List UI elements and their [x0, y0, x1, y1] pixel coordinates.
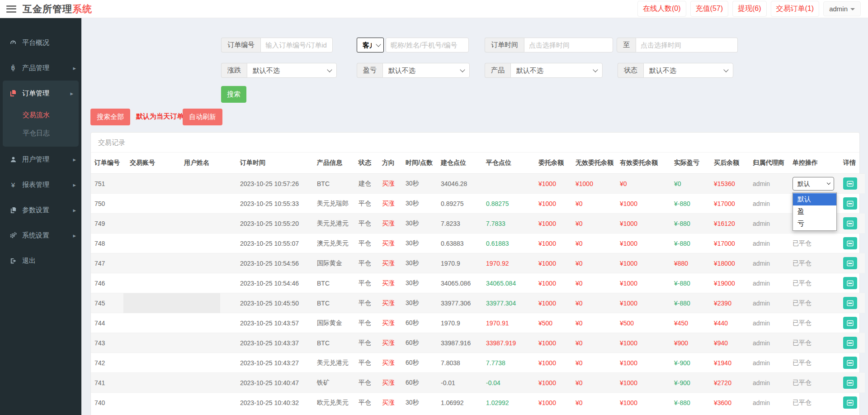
- withdraw-button[interactable]: 提现(6): [732, 1, 767, 17]
- sidebar-item-report-management[interactable]: ¥ 报表管理 ▸: [0, 172, 81, 197]
- detail-button[interactable]: [843, 237, 857, 249]
- cell-product: BTC: [313, 174, 355, 194]
- order-number-input[interactable]: [260, 38, 333, 52]
- panel-title: 交易记录: [91, 133, 859, 153]
- detail-form-icon: [847, 240, 854, 247]
- sidebar-item-parameter-settings[interactable]: 参数设置 ▸: [0, 197, 81, 223]
- cell-entrust-balance: ¥1000: [535, 214, 572, 234]
- search-button[interactable]: 搜索: [221, 86, 246, 103]
- chevron-right-icon: ▸: [73, 181, 76, 188]
- gears-icon: [9, 232, 17, 239]
- cell-entrust-balance: ¥1000: [535, 234, 572, 253]
- cell-open-point: 1970.9: [437, 313, 482, 333]
- product-select[interactable]: 默认不选: [510, 63, 603, 78]
- detail-button[interactable]: [843, 337, 857, 349]
- cell-direction: 买涨: [378, 214, 402, 234]
- yen-icon: ¥: [9, 181, 17, 188]
- status-select[interactable]: 默认不选: [643, 63, 733, 78]
- column-header: 详情: [840, 153, 865, 174]
- cell-open-point: 34046.28: [437, 174, 482, 194]
- single-control-select[interactable]: 默认盈亏: [793, 177, 834, 191]
- cell-status: 平仓: [355, 333, 378, 353]
- detail-button[interactable]: [843, 396, 857, 409]
- cell-entrust-balance: ¥1000: [535, 194, 572, 214]
- control-option-3[interactable]: 亏: [793, 218, 836, 230]
- profit-select[interactable]: 默认不选: [382, 63, 470, 78]
- cell-after-balance: ¥15360: [710, 174, 749, 194]
- cell-order-id: 741: [91, 373, 126, 393]
- auto-refresh-button[interactable]: 自动刷新: [183, 109, 222, 125]
- column-header: 时间/点数: [402, 153, 437, 174]
- table-row: 7512023-10-25 10:57:26BTC建仓买涨30秒34046.28…: [91, 174, 865, 194]
- cell-open-point: 1.06992: [437, 393, 482, 413]
- cell-invalid-entrust-balance: ¥0: [572, 353, 616, 373]
- cell-control-closed: 已平仓: [789, 313, 840, 333]
- trade-orders-button[interactable]: 交易订单(1): [771, 1, 820, 17]
- detail-button[interactable]: [843, 217, 857, 229]
- sidebar-item-platform-overview[interactable]: 平台概况: [0, 30, 81, 55]
- detail-button[interactable]: [843, 357, 857, 369]
- sidebar-item-product-management[interactable]: B 产品管理 ▸: [0, 55, 81, 81]
- cell-direction: 买涨: [378, 393, 402, 413]
- hamburger-menu-icon[interactable]: [6, 5, 16, 13]
- table-row: 7482023-10-25 10:55:07澳元兑美元平仓买涨30秒0.6388…: [91, 234, 865, 253]
- customer-type-select[interactable]: 客户: [357, 38, 384, 52]
- cell-status: 平仓: [355, 373, 378, 393]
- cell-order-time: 2023-10-25 10:57:26: [236, 174, 313, 194]
- table-row: 7442023-10-25 10:43:57国际黄金平仓买涨60秒1970.91…: [91, 313, 865, 333]
- search-all-button[interactable]: 搜索全部: [90, 109, 130, 125]
- cell-order-time: 2023-10-25 10:43:57: [236, 313, 313, 333]
- user-icon: [9, 156, 17, 163]
- control-dropdown-options: 默认盈亏: [793, 192, 837, 231]
- admin-user-menu[interactable]: admin: [823, 1, 861, 16]
- cell-detail: [840, 333, 865, 353]
- time-from-input[interactable]: [524, 38, 613, 52]
- cell-actual-profit: ¥880: [670, 253, 710, 273]
- online-users-button[interactable]: 在线人数(0): [637, 1, 686, 17]
- cell-order-time: 2023-10-25 10:55:20: [236, 214, 313, 234]
- control-option-2[interactable]: 盈: [793, 205, 836, 218]
- cell-agent: admin: [749, 214, 789, 234]
- recharge-button[interactable]: 充值(57): [690, 1, 728, 17]
- cell-after-balance: ¥16120: [710, 214, 749, 234]
- sidebar-item-order-management[interactable]: 订单管理 ▸: [3, 81, 79, 106]
- control-option-1[interactable]: 默认: [793, 193, 836, 205]
- order-number-label: 订单编号: [221, 38, 260, 52]
- column-header: 单控操作: [789, 153, 840, 174]
- updown-select[interactable]: 默认不选: [247, 63, 337, 78]
- detail-button[interactable]: [843, 257, 857, 269]
- cell-invalid-entrust-balance: ¥0: [572, 293, 616, 313]
- sidebar-item-logout[interactable]: 退出: [0, 248, 81, 273]
- svg-text:B: B: [11, 65, 15, 71]
- detail-form-icon: [847, 400, 854, 406]
- cell-user-name: [180, 333, 236, 353]
- sidebar-subitem-close-log[interactable]: 平仓日志: [3, 124, 79, 142]
- detail-button[interactable]: [843, 317, 857, 329]
- cell-after-balance: ¥3600: [710, 393, 749, 413]
- sidebar-item-system-settings[interactable]: 系统设置 ▸: [0, 223, 81, 248]
- detail-button[interactable]: [843, 197, 857, 210]
- chevron-right-icon: ▸: [73, 232, 76, 239]
- cell-invalid-entrust-balance: ¥0: [572, 194, 616, 214]
- cell-agent: admin: [749, 234, 789, 253]
- cell-order-time: 2023-10-25 10:54:46: [236, 273, 313, 293]
- sidebar-subitem-trade-flow[interactable]: 交易流水: [3, 106, 79, 124]
- cell-close-point: 33987.919: [482, 333, 535, 353]
- cell-close-point: 1.02992: [482, 393, 535, 413]
- updown-label: 涨跌: [221, 63, 247, 78]
- cell-product: 铁矿: [313, 373, 355, 393]
- detail-button[interactable]: [843, 177, 857, 190]
- cell-entrust-balance: ¥500: [535, 313, 572, 333]
- cell-product: 国际黄金: [313, 253, 355, 273]
- sidebar-item-user-management[interactable]: 用户管理 ▸: [0, 147, 81, 172]
- detail-button[interactable]: [843, 297, 857, 309]
- detail-button[interactable]: [843, 377, 857, 389]
- cell-valid-entrust-balance: ¥1000: [616, 353, 670, 373]
- cell-direction: 买涨: [378, 313, 402, 333]
- cell-account: [126, 174, 180, 194]
- single-control-select-wrap: 默认盈亏默认盈亏: [793, 177, 834, 191]
- customer-search-input[interactable]: [386, 38, 469, 52]
- time-to-input[interactable]: [636, 38, 738, 52]
- detail-button[interactable]: [843, 277, 857, 289]
- cell-agent: admin: [749, 174, 789, 194]
